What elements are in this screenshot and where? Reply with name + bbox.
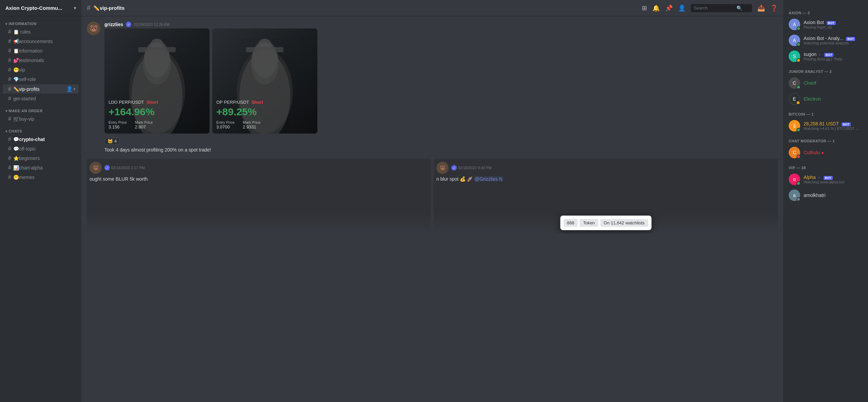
reaction[interactable]: 🐱 4 <box>104 138 120 145</box>
channel-buy-vip[interactable]: # 🛒buy-vip <box>3 115 79 123</box>
entry-price-2: Entry Price 3.0700 <box>216 120 235 129</box>
partial-msg-left: 🐻 ✓ 02/14/2023 2:17 PM ought some BLUR 5… <box>87 159 431 234</box>
chat-area: 🐻 grizzlies ✓ 02/28/2023 12:26 AM <box>81 16 783 402</box>
member-name: Alpha ✓ BOT <box>804 175 863 180</box>
trade-pair: LDO PERP/USDT Short <box>108 100 205 105</box>
member-info: Alpha ✓ BOT Watching www.alpha.bot <box>804 175 863 184</box>
member-alpha[interactable]: α Alpha ✓ BOT Watching www.alpha.bot <box>786 172 865 187</box>
message-content: grizzlies ✓ 02/28/2023 12:26 AM <box>104 22 778 154</box>
verified-icon: ✓ <box>818 176 821 180</box>
member-btc-price[interactable]: ₿ 28,258.81 USDT BOT Watching +4.61 % | … <box>786 118 865 134</box>
avatar: E <box>789 93 800 105</box>
member-sugon[interactable]: S sugon ✓ BOT Playing dyno.gg | ?help <box>786 48 865 64</box>
channel-get-started[interactable]: # get-started <box>3 94 79 103</box>
message-group: 🐻 grizzlies ✓ 02/28/2023 12:26 AM <box>87 22 778 154</box>
hashtag-icon[interactable]: ⊞ <box>642 4 647 12</box>
search-bar[interactable]: 🔍 <box>691 4 752 12</box>
channel-vip[interactable]: # 😁vip <box>3 65 79 74</box>
hash-icon: # <box>8 146 11 152</box>
channel-off-topic[interactable]: # 💬off-topic <box>3 144 79 153</box>
members-group-bitcoin: BITCOIN — 1 <box>786 109 865 118</box>
mute-icon[interactable]: 🔔 <box>652 4 660 12</box>
hash-icon: # <box>8 57 11 63</box>
fade-overlay-left <box>87 213 431 234</box>
member-info: sugon ✓ BOT Playing dyno.gg | ?help <box>804 52 863 61</box>
direction-badge-2: Short <box>252 100 263 105</box>
popup-tag-token[interactable]: Token <box>580 219 598 227</box>
svg-rect-3 <box>138 47 176 52</box>
search-input[interactable] <box>694 5 734 11</box>
add-member-icon[interactable]: 👤+ <box>66 86 76 92</box>
partial-meta-right: 🐻 ✓ 02/18/2023 9:40 PM <box>436 162 775 174</box>
trade-card-content: LDO PERP/USDT Short +164.96% Entry Price… <box>108 100 205 129</box>
pin-icon[interactable]: 📌 <box>665 4 673 12</box>
trade-percent: +164.96% <box>108 106 205 118</box>
trade-prices-2: Entry Price 3.0700 Mark Price 2.9331 <box>216 120 313 129</box>
trade-card-2: OP PERP/USDT Short +89.25% Entry Price 3… <box>212 28 317 134</box>
section-chats[interactable]: ▾ CHATS <box>0 124 81 135</box>
status-dot-online <box>796 26 801 31</box>
channel-testimonials[interactable]: # 💕testimonials <box>3 56 79 65</box>
status-dot-online <box>796 128 801 132</box>
member-status: Watching +4.61 % | BTCUSDT ... <box>804 126 863 130</box>
member-axion-bot[interactable]: A Axion Bot BOT Playing %get_vip <box>786 17 865 32</box>
sidebar: Axion Crypto-Commu... ▾ ▾ INFORMATION # … <box>0 0 81 402</box>
members-icon[interactable]: 👤 <box>678 4 686 12</box>
member-electron[interactable]: E Electron <box>786 91 865 107</box>
hash-icon: # <box>8 76 11 82</box>
partial-text-right: n blur spot 💰 🚀 @Grizzlies N <box>436 176 775 183</box>
username: grizzlies <box>104 22 123 27</box>
header-icons: ⊞ 🔔 📌 👤 🔍 📥 ❓ <box>642 4 778 12</box>
status-dot-idle <box>796 101 800 105</box>
timestamp: 02/28/2023 12:26 AM <box>134 22 170 26</box>
popup-tag-watchlist[interactable]: On 11,642 watchlists <box>600 219 648 227</box>
channel-rules[interactable]: # 📋 rules <box>3 27 79 36</box>
channel-beginners[interactable]: # ⭐beginners <box>3 154 79 163</box>
hash-icon: # <box>8 86 11 92</box>
partial-avatar-right: 🐻 <box>436 162 449 174</box>
member-info: Electron <box>804 96 863 102</box>
channel-crypto-chat[interactable]: # 💬crypto-chat <box>3 135 79 144</box>
avatar: C <box>789 77 800 89</box>
channel-hash-icon: # <box>87 4 91 12</box>
hash-icon: # <box>8 174 11 180</box>
mark-price: Mark Price 2.807 <box>135 120 153 129</box>
direction-badge: Short <box>146 100 158 105</box>
popup-card: 888 Token On 11,642 watchlists <box>560 216 651 230</box>
channel-announcements[interactable]: # 📢announcements <box>3 37 79 46</box>
avatar: α <box>789 174 800 185</box>
help-icon[interactable]: ❓ <box>770 4 778 12</box>
caret-icon: ▾ <box>5 22 7 26</box>
member-cherif[interactable]: C Cherif <box>786 75 865 91</box>
members-group-junior-analyst: JUNIOR ANALYST — 2 <box>786 67 865 75</box>
bot-badge: BOT <box>842 122 851 126</box>
hash-icon: # <box>8 96 11 102</box>
message-meta: grizzlies ✓ 02/28/2023 12:26 AM <box>104 22 778 27</box>
member-cuthulu[interactable]: C Cuthulu ● <box>786 145 865 160</box>
member-status: Playing %get_vip <box>804 25 863 29</box>
bot-badge: BOT <box>846 37 855 41</box>
caret-icon: ▾ <box>5 109 7 113</box>
channel-self-role[interactable]: # 💎self-role <box>3 75 79 84</box>
popup-tag-number[interactable]: 888 <box>564 219 578 227</box>
hash-icon: # <box>8 155 11 161</box>
server-header[interactable]: Axion Crypto-Commu... ▾ <box>0 0 81 16</box>
verified-icon: ✓ <box>818 53 822 57</box>
channel-memes[interactable]: # 😁memes <box>3 173 79 182</box>
avatar: A <box>789 19 800 30</box>
partial-timestamp-left: 02/14/2023 2:17 PM <box>111 166 145 170</box>
member-axion-bot-analy[interactable]: A Axion Bot - Analy... BOT Watching pote… <box>786 33 865 48</box>
member-amolkhatri[interactable]: a amolkhatri <box>786 187 865 203</box>
avatar: S <box>789 51 800 62</box>
partial-timestamp-right: 02/18/2023 9:40 PM <box>458 166 492 170</box>
section-information[interactable]: ▾ INFORMATION <box>0 16 81 27</box>
hash-icon: # <box>8 48 11 54</box>
partial-verified-left: ✓ <box>104 165 110 170</box>
channel-chart-alpha[interactable]: # 📊chart-alpha <box>3 163 79 172</box>
avatar: a <box>789 189 800 201</box>
channel-information[interactable]: # 📋information <box>3 46 79 55</box>
channel-vip-profits[interactable]: # ✏️vip-profits 👤+ <box>3 84 79 94</box>
section-make-an-order[interactable]: ▾ MAKE AN ORDER <box>0 103 81 114</box>
bot-badge: BOT <box>824 53 833 57</box>
inbox-icon[interactable]: 📥 <box>757 4 765 12</box>
